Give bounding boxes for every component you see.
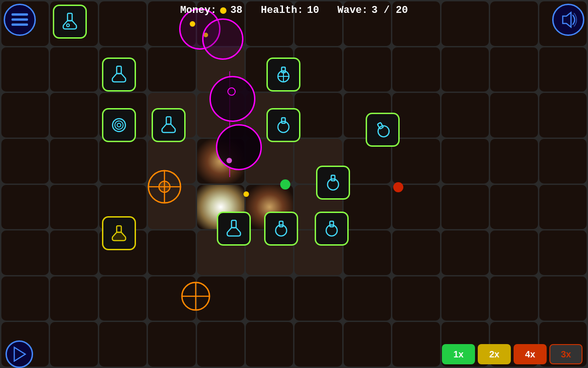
cell-3-1[interactable] bbox=[148, 47, 195, 92]
cell-11-6[interactable] bbox=[539, 276, 587, 321]
svg-marker-35 bbox=[14, 347, 25, 361]
cell-10-0[interactable] bbox=[490, 1, 537, 46]
cell-7-6[interactable] bbox=[344, 276, 391, 321]
cell-10-2[interactable] bbox=[490, 93, 537, 138]
svg-rect-10 bbox=[166, 117, 171, 124]
tower-scope-6[interactable] bbox=[315, 212, 349, 246]
cell-6-0[interactable] bbox=[294, 1, 342, 46]
svg-rect-21 bbox=[117, 226, 121, 232]
tower-scope-5[interactable] bbox=[264, 212, 298, 246]
cell-11-5[interactable] bbox=[539, 230, 587, 275]
cell-8-1[interactable] bbox=[392, 47, 440, 92]
tower-flask-1[interactable] bbox=[53, 5, 87, 39]
cell-9-4[interactable] bbox=[441, 185, 489, 230]
cell-6-1[interactable] bbox=[294, 47, 342, 92]
cell-5-0[interactable] bbox=[246, 1, 293, 46]
yellow-dot-field bbox=[243, 191, 249, 197]
svg-rect-32 bbox=[11, 18, 28, 21]
cell-1-6[interactable] bbox=[50, 276, 97, 321]
bottom-hud: 1x 2x 4x 3x bbox=[0, 340, 588, 368]
svg-rect-24 bbox=[279, 221, 283, 227]
cell-0-1[interactable] bbox=[1, 47, 49, 92]
svg-marker-34 bbox=[563, 12, 571, 27]
svg-rect-33 bbox=[11, 23, 28, 26]
svg-rect-0 bbox=[68, 13, 72, 21]
tower-flask-4[interactable] bbox=[217, 212, 251, 246]
svg-rect-20 bbox=[331, 175, 335, 181]
cell-11-4[interactable] bbox=[539, 185, 587, 230]
sound-button[interactable] bbox=[552, 4, 584, 36]
game-container: Money: 38 Health: 10 Wave: 3 / 20 bbox=[0, 0, 588, 368]
cell-0-3[interactable] bbox=[1, 139, 49, 184]
cell-9-2[interactable] bbox=[441, 93, 489, 138]
cell-2-6[interactable] bbox=[99, 276, 147, 321]
cell-9-6[interactable] bbox=[441, 276, 489, 321]
cell-7-0[interactable] bbox=[344, 1, 391, 46]
cell-6-2[interactable] bbox=[294, 93, 342, 138]
svg-rect-31 bbox=[11, 13, 28, 16]
cell-8-5[interactable] bbox=[392, 230, 440, 275]
enemy-crosshair-2 bbox=[179, 280, 212, 313]
tower-radar-1[interactable] bbox=[102, 108, 136, 142]
cell-7-1[interactable] bbox=[344, 47, 391, 92]
svg-point-18 bbox=[159, 181, 170, 192]
enemy-crosshair-1 bbox=[146, 168, 183, 205]
tower-flask-3[interactable] bbox=[152, 108, 186, 142]
cell-8-6[interactable] bbox=[392, 276, 440, 321]
enemy-magenta-2 bbox=[202, 18, 243, 60]
cell-5-6[interactable] bbox=[246, 276, 293, 321]
cell-10-6[interactable] bbox=[490, 276, 537, 321]
cell-7-4[interactable] bbox=[344, 185, 391, 230]
enemy-magenta-4 bbox=[216, 124, 262, 170]
cell-10-3[interactable] bbox=[490, 139, 537, 184]
cell-1-1[interactable] bbox=[50, 47, 97, 92]
speed-2x-button[interactable]: 2x bbox=[478, 344, 511, 364]
svg-rect-22 bbox=[232, 220, 236, 228]
cell-0-4[interactable] bbox=[1, 185, 49, 230]
cell-9-0[interactable] bbox=[441, 1, 489, 46]
tower-scope-2[interactable] bbox=[266, 108, 300, 142]
speed-1x-button[interactable]: 1x bbox=[442, 344, 475, 364]
cell-10-5[interactable] bbox=[490, 230, 537, 275]
cell-9-5[interactable] bbox=[441, 230, 489, 275]
svg-point-9 bbox=[117, 123, 121, 127]
cell-6-6[interactable] bbox=[294, 276, 342, 321]
cell-8-3[interactable] bbox=[392, 139, 440, 184]
cell-1-2[interactable] bbox=[50, 93, 97, 138]
menu-button[interactable] bbox=[4, 4, 36, 36]
speed-4x-button[interactable]: 4x bbox=[514, 344, 547, 364]
cell-11-1[interactable] bbox=[539, 47, 587, 92]
tower-flask-2[interactable] bbox=[102, 58, 136, 92]
cell-1-3[interactable] bbox=[50, 139, 97, 184]
svg-point-8 bbox=[115, 121, 123, 129]
cell-8-0[interactable] bbox=[392, 1, 440, 46]
cell-9-1[interactable] bbox=[441, 47, 489, 92]
svg-rect-2 bbox=[117, 66, 121, 74]
svg-rect-14 bbox=[378, 122, 384, 129]
speed-3x-button[interactable]: 3x bbox=[549, 344, 582, 364]
cell-11-3[interactable] bbox=[539, 139, 587, 184]
tower-scope-1[interactable] bbox=[266, 58, 300, 92]
play-button[interactable] bbox=[6, 340, 33, 368]
cell-0-6[interactable] bbox=[1, 276, 49, 321]
cell-10-4[interactable] bbox=[490, 185, 537, 230]
cell-3-5[interactable] bbox=[148, 230, 195, 275]
cell-2-3[interactable] bbox=[99, 139, 147, 184]
cell-0-5[interactable] bbox=[1, 230, 49, 275]
tower-scope-3[interactable] bbox=[366, 113, 400, 147]
cell-7-5[interactable] bbox=[344, 230, 391, 275]
cell-2-0[interactable] bbox=[99, 1, 147, 46]
tower-flask-yellow[interactable] bbox=[102, 216, 136, 250]
cell-10-1[interactable] bbox=[490, 47, 537, 92]
tower-scope-4[interactable] bbox=[316, 166, 350, 200]
cell-1-4[interactable] bbox=[50, 185, 97, 230]
cell-11-2[interactable] bbox=[539, 93, 587, 138]
cell-9-3[interactable] bbox=[441, 139, 489, 184]
green-dot-center bbox=[280, 179, 290, 190]
cell-1-5[interactable] bbox=[50, 230, 97, 275]
svg-rect-26 bbox=[330, 221, 334, 227]
speed-controls: 1x 2x 4x 3x bbox=[442, 344, 582, 364]
cell-0-2[interactable] bbox=[1, 93, 49, 138]
enemy-magenta-3 bbox=[209, 76, 255, 122]
svg-point-1 bbox=[67, 24, 69, 27]
